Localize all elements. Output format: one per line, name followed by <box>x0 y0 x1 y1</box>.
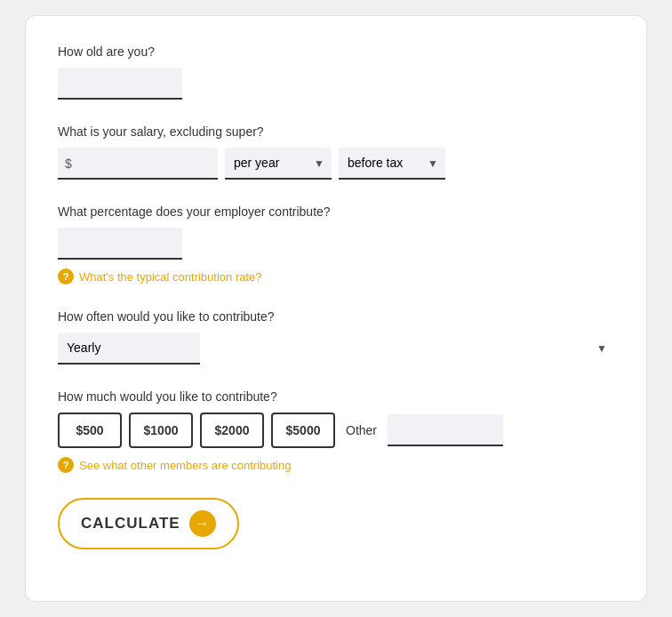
salary-input-inner: $ <box>58 148 218 180</box>
frequency-dropdown[interactable]: Yearly Monthly Fortnightly Weekly <box>58 333 200 365</box>
employer-label: What percentage does your employer contr… <box>58 204 614 219</box>
calculator-card: How old are you? What is your salary, ex… <box>25 15 647 602</box>
period-dropdown-rel: per year per month per week per fortnigh… <box>225 148 332 180</box>
salary-row: $ per year per month per week per fortni… <box>58 148 614 180</box>
contribution-rate-link-text: What's the typical contribution rate? <box>79 270 262 284</box>
frequency-label: How often would you like to contribute? <box>58 309 614 324</box>
amount-btn-2000[interactable]: $2000 <box>200 413 264 448</box>
frequency-dropdown-arrow: ▼ <box>596 342 607 355</box>
period-dropdown[interactable]: per year per month per week per fortnigh… <box>225 148 332 180</box>
other-label: Other <box>346 423 377 437</box>
amount-label: How much would you like to contribute? <box>58 389 614 404</box>
tax-dropdown-wrapper: before tax after tax ▼ <box>339 148 445 180</box>
calculate-button[interactable]: CALCULATE → <box>58 498 239 549</box>
frequency-dropdown-wrapper: Yearly Monthly Fortnightly Weekly ▼ <box>58 333 614 365</box>
calculate-arrow-icon: → <box>189 510 216 537</box>
members-contributing-link-text: See what other members are contributing <box>79 459 291 472</box>
amount-btn-1000[interactable]: $1000 <box>129 413 193 448</box>
amount-section: How much would you like to contribute? $… <box>58 389 614 473</box>
salary-input[interactable] <box>58 148 218 180</box>
help-icon: ? <box>58 268 74 284</box>
members-contributing-link[interactable]: ? See what other members are contributin… <box>58 457 614 473</box>
amount-btn-5000[interactable]: $5000 <box>271 413 335 448</box>
calculate-button-label: CALCULATE <box>81 515 180 533</box>
age-label: How old are you? <box>58 44 614 59</box>
frequency-section: How often would you like to contribute? … <box>58 309 614 365</box>
age-input-wrapper <box>58 68 614 100</box>
age-input[interactable] <box>58 68 182 100</box>
period-dropdown-wrapper: per year per month per week per fortnigh… <box>225 148 332 180</box>
frequency-dropdown-rel: Yearly Monthly Fortnightly Weekly ▼ <box>58 333 614 365</box>
employer-section: What percentage does your employer contr… <box>58 204 614 284</box>
other-amount-input[interactable] <box>388 414 503 446</box>
amount-row: $500 $1000 $2000 $5000 Other <box>58 413 614 448</box>
employer-input[interactable]: 9.5% <box>58 228 182 260</box>
tax-dropdown-rel: before tax after tax ▼ <box>339 148 445 180</box>
salary-input-wrapper: $ <box>58 148 218 180</box>
age-section: How old are you? <box>58 44 614 100</box>
contribution-rate-link[interactable]: ? What's the typical contribution rate? <box>58 268 614 284</box>
members-help-icon: ? <box>58 457 74 473</box>
salary-section: What is your salary, excluding super? $ … <box>58 124 614 180</box>
amount-btn-500[interactable]: $500 <box>58 413 122 448</box>
salary-label: What is your salary, excluding super? <box>58 124 614 139</box>
tax-dropdown[interactable]: before tax after tax <box>339 148 445 180</box>
